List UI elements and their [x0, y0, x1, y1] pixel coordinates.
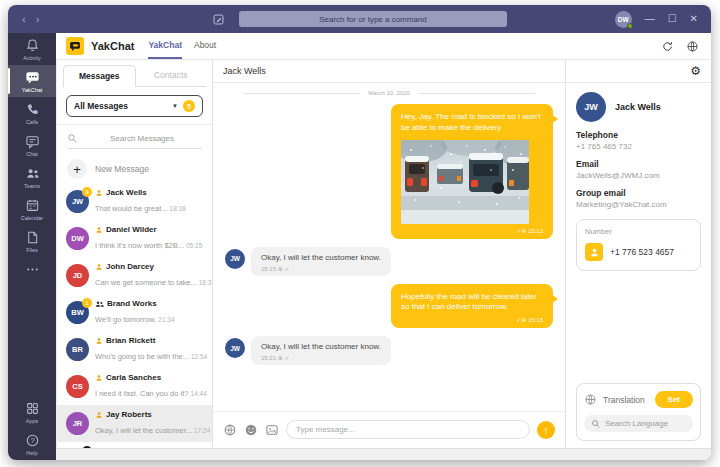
tab-about[interactable]: About [194, 33, 216, 59]
conversation-list-item[interactable]: JR Jay Roberts Okay, I will let the cust… [57, 405, 212, 442]
outgoing-message-bubble: Hey, Jay. The road is blocked so I won't… [391, 104, 553, 239]
command-search-input[interactable] [239, 11, 507, 27]
conversation-preview: Okay, I will let the customer...17:24 [95, 426, 210, 435]
sidebar-item-help[interactable]: ? Help [8, 428, 56, 460]
incoming-message-bubble: Okay, I will let the customer know. 15:1… [251, 247, 391, 276]
window-footer [56, 448, 711, 460]
sidebar-item-files[interactable]: Files [8, 225, 56, 257]
refresh-icon[interactable] [661, 40, 674, 53]
conversation-list-item[interactable]: CS Carla Sanches I need it fast. Can you… [57, 368, 212, 405]
nav-forward-button[interactable]: › [36, 13, 40, 25]
snowy-road-traffic-photo[interactable] [401, 140, 529, 224]
apps-grid-icon [25, 401, 40, 416]
conversation-preview: We'll go tomorrow.21:34 [95, 315, 175, 324]
message-row-incoming: JW Okay, I will let the customer know. 1… [225, 247, 553, 276]
delivered-check-icon: ✓ [284, 266, 289, 272]
close-button[interactable]: ✕ [690, 14, 698, 24]
contact-details-panel: ⚙ JW Jack Wells Telephone +1 765 465 732… [566, 60, 711, 448]
conversation-list-item[interactable]: BR Brian Rickett Who's going to be with … [57, 331, 212, 368]
nav-back-button[interactable]: ‹ [22, 13, 26, 25]
set-translation-button[interactable]: Set [655, 391, 693, 408]
maximize-button[interactable]: ☐ [668, 14, 677, 24]
sidebar-item-label: Activity [23, 55, 40, 61]
sidebar-item-more[interactable] [8, 257, 56, 283]
message-history: March 10, 2020 Hey, Jay. The road is blo… [213, 83, 565, 411]
person-icon [95, 374, 103, 382]
yakchat-app-icon [25, 70, 40, 85]
tab-contacts[interactable]: Contacts [136, 65, 207, 87]
sidebar-item-chat[interactable]: Chat [8, 129, 56, 161]
contact-field-telephone: Telephone +1 765 465 732 [576, 130, 701, 151]
conversation-time: 21:34 [158, 316, 174, 323]
conversation-time: 05:15 [186, 242, 202, 249]
sidebar-item-label: Calendar [21, 215, 43, 221]
search-messages-input[interactable] [82, 134, 202, 143]
svg-text:?: ? [30, 436, 34, 445]
conversation-time: 12:54 [191, 353, 207, 360]
person-icon [95, 189, 103, 197]
translate-globe-icon[interactable] [223, 423, 237, 437]
unread-badge: 3 [82, 187, 92, 197]
conversation-preview: Can we get someone to take...18:30 [95, 278, 212, 287]
calendar-icon [25, 198, 40, 213]
chat-bubble-icon [25, 134, 40, 149]
avatar: JD [66, 264, 89, 287]
message-text: Hopefully the road will be cleared later… [401, 292, 543, 314]
conversation-list-item[interactable]: BW 1 Brand Works We'll go tomorrow.21:34 [57, 294, 212, 331]
contact-number-row[interactable]: +1 776 523 4657 [585, 243, 692, 261]
date-divider: March 10, 2020 [243, 90, 535, 96]
tab-yakchat[interactable]: YakChat [148, 33, 182, 59]
conversation-preview: I need it fast. Can you do it?14:44 [95, 389, 207, 398]
tab-messages[interactable]: Messages [63, 65, 136, 87]
translate-globe-icon: ⊕ [278, 266, 283, 272]
message-row-incoming: JW Okay, I will let the customer know. 1… [225, 336, 553, 365]
attach-image-icon[interactable] [265, 423, 279, 437]
conversation-time: 14:44 [190, 390, 206, 397]
search-messages-field [67, 133, 202, 149]
new-message-button[interactable]: + New Message [67, 159, 202, 179]
search-icon [591, 419, 601, 429]
user-avatar[interactable]: DW [615, 11, 632, 28]
sender-avatar: JW [225, 338, 245, 358]
sender-avatar: JW [225, 249, 245, 269]
sidebar-item-calls[interactable]: Calls [8, 97, 56, 129]
conversation-list-item[interactable]: JW 3 Jack Wells That would be great...18… [57, 183, 212, 220]
minimize-button[interactable]: — [645, 14, 655, 24]
unread-badge: 1 [82, 446, 92, 448]
chat-panel: Jack Wells March 10, 2020 Hey, Jay. The … [213, 60, 566, 448]
avatar: BR [66, 338, 89, 361]
sidebar-item-calendar[interactable]: Calendar [8, 193, 56, 225]
sidebar-item-apps[interactable]: Apps [8, 396, 56, 428]
file-icon [25, 230, 40, 245]
compose-bar: ↑ [213, 411, 565, 448]
conversation-list-item[interactable]: JD John Darcey Can we get someone to tak… [57, 257, 212, 294]
teams-people-icon [25, 166, 40, 181]
person-icon [95, 411, 103, 419]
emoji-icon[interactable] [244, 423, 258, 437]
divider [57, 124, 212, 125]
number-card: Number +1 776 523 4657 [576, 219, 701, 271]
message-row-outgoing: Hey, Jay. The road is blocked so I won't… [225, 104, 553, 239]
send-button[interactable]: ↑ [537, 421, 555, 439]
sidebar-item-label: Files [26, 247, 38, 253]
conversation-name: Daniel Wilder [106, 225, 157, 234]
sidebar-item-label: Help [26, 450, 37, 456]
message-input[interactable] [286, 420, 530, 439]
language-search-field [584, 415, 693, 432]
avatar: CS [66, 375, 89, 398]
teams-window: ‹ › DW — ☐ ✕ Activity YakChat [8, 5, 711, 460]
person-icon [95, 337, 103, 345]
compose-icon[interactable] [212, 13, 225, 26]
sidebar-item-teams[interactable]: Teams [8, 161, 56, 193]
more-dots-icon [25, 262, 40, 277]
sidebar-item-activity[interactable]: Activity [8, 33, 56, 65]
conversation-name: John Darcey [106, 262, 154, 271]
globe-icon[interactable] [686, 40, 699, 53]
sidebar-item-yakchat[interactable]: YakChat [8, 65, 56, 97]
message-filter-dropdown[interactable]: All Messages ▼ 5 [66, 95, 203, 117]
group-icon [95, 300, 104, 308]
language-search-input[interactable] [605, 419, 686, 428]
gear-icon[interactable]: ⚙ [690, 65, 701, 77]
conversation-list-item[interactable]: DW Daniel Wilder I think it's now worth … [57, 220, 212, 257]
message-time: 15:21 [261, 355, 276, 361]
